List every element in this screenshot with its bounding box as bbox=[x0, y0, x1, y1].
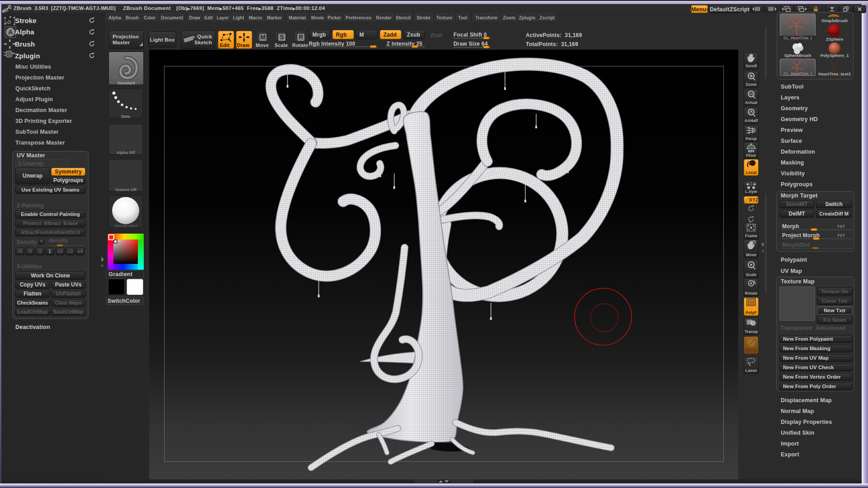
svg-text:R: R bbox=[298, 33, 303, 41]
svg-text:x y z: x y z bbox=[748, 150, 754, 152]
svg-text:A: A bbox=[8, 28, 13, 36]
svg-text:M: M bbox=[260, 33, 266, 41]
svg-text:S: S bbox=[280, 33, 284, 41]
